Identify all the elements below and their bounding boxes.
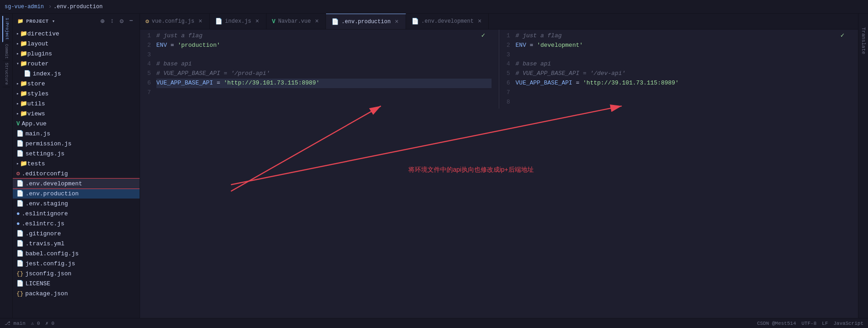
editor-split: ✓ 1234567 # just a flagENV = 'production… — [140, 30, 858, 109]
tree-item--travis-yml[interactable]: 📄.travis.yml — [13, 239, 140, 248]
tree-label: .env.production — [25, 190, 79, 197]
line-number: 3 — [507, 50, 510, 60]
folder-icon: 📁 — [20, 110, 27, 117]
tab-navbar-vue[interactable]: VNavbar.vue× — [266, 14, 326, 29]
activity-structure[interactable]: Structure — [3, 61, 10, 87]
chevron-icon: ▸ — [16, 81, 19, 86]
title-bar: sg-vue-admin › .env.production — [0, 0, 868, 14]
vue-icon: V — [16, 120, 20, 127]
line-number: 2 — [507, 41, 510, 50]
errors: ✗ 0 — [45, 320, 55, 326]
annotation-container: ✓ 1234567 # just a flagENV = 'production… — [140, 30, 858, 318]
code-line — [516, 98, 851, 107]
language: JavaScript — [833, 321, 863, 326]
tab-label: .env.production — [341, 19, 391, 25]
tree-item-styles[interactable]: ▸📁styles — [13, 89, 140, 99]
tree-item--env-development[interactable]: 📄.env.development — [13, 179, 140, 189]
status-bar: ⎇ main ⚠ 0 ✗ 0 CSDN @Mest514 UTF-8 LF Ja… — [0, 318, 868, 328]
tree-item--env-staging[interactable]: 📄.env.staging — [13, 199, 140, 209]
tree-item--eslintignore[interactable]: ●.eslintignore — [13, 209, 140, 219]
explorer-title-text: Project ▾ — [26, 18, 55, 24]
file-icon: 📄 — [16, 250, 24, 257]
chevron-icon: ▾ — [16, 61, 19, 66]
folder-icon: 📁 — [17, 18, 24, 24]
settings-button[interactable]: ⚙ — [118, 16, 125, 26]
code-line: # VUE_APP_BASE_API = '/dev-api' — [516, 69, 851, 79]
encoding: UTF-8 — [802, 321, 817, 326]
code-area-right[interactable]: 12345678 # just a flagENV = 'development… — [499, 30, 858, 109]
code-area-left[interactable]: 1234567 # just a flagENV = 'production' … — [140, 30, 499, 109]
translate-label[interactable]: Translate — [861, 27, 866, 54]
tree-item-jsconfig-json[interactable]: {}jsconfig.json — [13, 268, 140, 278]
tab-env-development[interactable]: 📄.env.development× — [406, 14, 489, 29]
tab-index-js[interactable]: 📄index.js× — [210, 14, 266, 29]
tab-close-button[interactable]: × — [197, 17, 203, 25]
tree-label: .env.development — [25, 180, 82, 187]
tree-label: LICENSE — [25, 280, 50, 287]
folder-icon: 📁 — [20, 100, 27, 107]
tree-item-index-js[interactable]: 📄index.js — [13, 69, 140, 79]
code-line — [516, 88, 851, 98]
line-number: 5 — [507, 69, 510, 79]
code-line: VUE_APP_BASE_API = 'http://39.101.73.115… — [156, 79, 492, 88]
tree-item--editorconfig[interactable]: ⚙.editorconfig — [13, 169, 140, 179]
tree-item-directive[interactable]: ▸📁directive — [13, 29, 140, 39]
line-numbers-right: 12345678 — [499, 31, 516, 107]
tree-item-layout[interactable]: ▸📁layout — [13, 39, 140, 49]
tree-item--gitignore[interactable]: 📄.gitignore — [13, 229, 140, 239]
activity-commit[interactable]: Commit — [3, 42, 10, 61]
tree-label: layout — [27, 40, 49, 47]
folder-icon: 📁 — [20, 30, 27, 37]
code-content-right: # just a flagENV = 'development' # base … — [516, 31, 858, 107]
tab-close-button[interactable]: × — [314, 17, 320, 25]
tree-item-license[interactable]: 📄LICENSE — [13, 278, 140, 288]
line-number: 7 — [507, 88, 510, 98]
file-icon: 📄 — [16, 260, 24, 267]
right-sidebar: Translate — [858, 14, 868, 318]
editor-pane-right: ✓ 12345678 # just a flagENV = 'developme… — [499, 30, 858, 109]
tree-item--eslintrc-js[interactable]: ●.eslintrc.js — [13, 219, 140, 229]
code-line — [156, 50, 492, 60]
chevron-icon: ▸ — [16, 31, 19, 36]
tree-item-tests[interactable]: ▸📁tests — [13, 159, 140, 169]
line-number: 4 — [147, 60, 151, 69]
tree-item-jest-config-js[interactable]: 📄jest.config.js — [13, 258, 140, 268]
file-icon: 📄 — [16, 190, 24, 197]
close-button[interactable]: − — [127, 16, 135, 26]
tree-item-router[interactable]: ▾📁router — [13, 59, 140, 69]
chevron-icon: ▸ — [16, 41, 19, 46]
title-file-name: .env.production — [54, 4, 103, 10]
chevron-icon: ▸ — [16, 51, 19, 56]
tree-item-permission-js[interactable]: 📄permission.js — [13, 139, 140, 149]
file-explorer: 📁 Project ▾ ⊕ ↕ ⚙ − ▸📁directive▸📁layout▸… — [13, 14, 140, 318]
editor-pane-left: ✓ 1234567 # just a flagENV = 'production… — [140, 30, 499, 109]
code-line — [516, 50, 851, 60]
tree-item-utils[interactable]: ▸📁utils — [13, 99, 140, 109]
new-file-button[interactable]: ⊕ — [99, 16, 106, 26]
activity-project[interactable]: 1:Project — [2, 16, 10, 42]
credit: CSDN @Mest514 — [757, 321, 796, 326]
collapse-button[interactable]: ↕ — [108, 16, 116, 26]
tree-item-main-js[interactable]: 📄main.js — [13, 129, 140, 139]
chevron-icon: ▸ — [16, 101, 19, 106]
file-icon: 📄 — [16, 280, 24, 287]
tab-close-button[interactable]: × — [477, 17, 483, 25]
tree-item-settings-js[interactable]: 📄settings.js — [13, 149, 140, 159]
tree-item-views[interactable]: ▸📁views — [13, 109, 140, 119]
file-icon: ● — [16, 210, 20, 217]
tree-item-store[interactable]: ▸📁store — [13, 79, 140, 89]
tab-vue-config[interactable]: ⚙vue.config.js× — [140, 14, 210, 29]
tree-item-package-json[interactable]: {}package.json — [13, 288, 140, 298]
tab-env-production[interactable]: 📄.env.production× — [326, 14, 406, 29]
tree-item-app-vue[interactable]: VApp.vue — [13, 119, 140, 129]
line-number: 2 — [147, 41, 151, 50]
tab-close-button[interactable]: × — [254, 17, 260, 25]
explorer-actions: ⊕ ↕ ⚙ − — [99, 16, 135, 26]
tree-item--env-production[interactable]: 📄.env.production — [13, 189, 140, 199]
tree-item-plugins[interactable]: ▸📁plugins — [13, 49, 140, 59]
tab-label: index.js — [225, 18, 251, 25]
activity-bar: 1:Project Commit Structure — [0, 14, 13, 318]
tree-item-babel-config-js[interactable]: 📄babel.config.js — [13, 248, 140, 258]
tab-icon: ⚙ — [146, 18, 149, 25]
tab-close-button[interactable]: × — [393, 18, 400, 26]
